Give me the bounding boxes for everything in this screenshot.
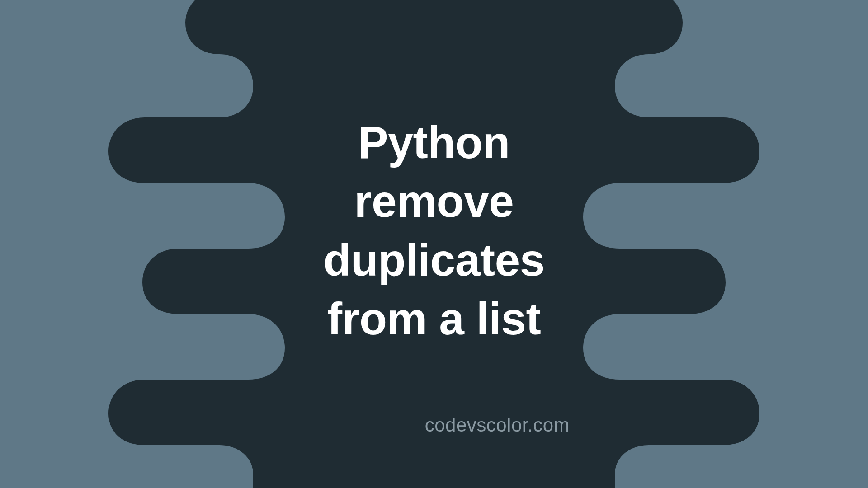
graphic-canvas: Python remove duplicates from a list cod…	[0, 0, 868, 488]
title-line-4: from a list	[323, 289, 545, 348]
title-line-1: Python	[323, 113, 545, 172]
watermark-text: codevscolor.com	[425, 414, 570, 436]
main-title: Python remove duplicates from a list	[323, 113, 545, 348]
title-line-2: remove	[323, 172, 545, 230]
title-line-3: duplicates	[323, 230, 545, 289]
